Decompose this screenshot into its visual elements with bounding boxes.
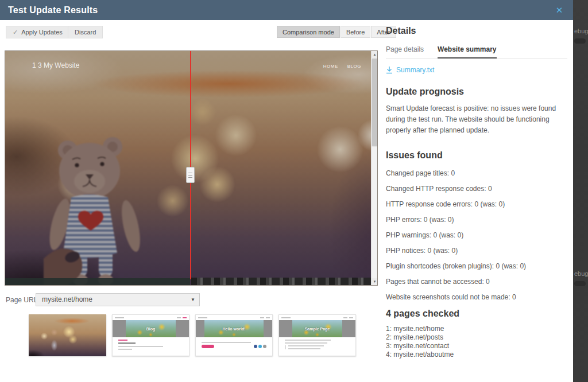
page-url-selected-value: mysite.net/home [42,294,92,306]
thumbnail-blog[interactable]: Blog [112,314,189,356]
preview-scrollbar[interactable]: ▲ ▼ [371,51,377,285]
view-mode-group: Comparison mode Before After [277,26,396,38]
page-checked-item: 3: mysite.net/contact [386,342,567,350]
thumbnail-banner-title: Sample Page [305,327,330,331]
comparison-slider-handle[interactable] [186,167,195,183]
preview-site-nav: HOME BLOG [323,64,361,69]
background-toggle-shape [574,38,586,44]
issue-item: Website screenshots could not be made: 0 [386,293,567,301]
preview-nav-blog: BLOG [347,64,361,69]
page-checked-item: 2: mysite.net/posts [386,333,567,342]
issue-item: PHP warnings: 0 (was: 0) [386,231,567,239]
pages-checked-heading: 4 pages checked [386,309,567,319]
background-toggle-shape [574,281,586,286]
issue-item: PHP errors: 0 (was: 0) [386,216,567,224]
scroll-down-icon[interactable]: ▼ [372,278,378,285]
issues-heading: Issues found [386,150,567,161]
preview-scrollbar-thumb[interactable] [372,59,377,146]
summary-download-link[interactable]: Summary.txt [386,66,567,74]
background-text-fragment: ebugg [574,270,588,277]
before-button[interactable]: Before [341,26,370,38]
discard-label: Discard [75,29,96,36]
issues-list: Changed page titles: 0 Changed HTTP resp… [386,169,567,301]
page-url-select[interactable]: mysite.net/home ▼ [36,293,200,306]
preview-footer-strip-after [191,278,371,285]
comparison-slider-line[interactable] [190,51,191,279]
dropdown-arrow-icon: ▼ [191,294,195,306]
tab-website-summary[interactable]: Website summary [438,45,497,59]
discard-button[interactable]: Discard [68,26,103,38]
page-url-label: Page URL [6,296,37,304]
thumbnail-banner-title: Blog [146,327,156,331]
issue-item: Pages that cannot be accessed: 0 [386,278,567,286]
download-icon [386,67,393,74]
preview-nav-home: HOME [323,64,338,69]
issue-item: Plugin shortcodes (broken plugins): 0 (w… [386,262,567,270]
tab-page-details[interactable]: Page details [386,45,424,58]
thumbnail-home[interactable] [29,314,106,356]
prognosis-body: Smart Update forecast is positive: no is… [386,103,567,137]
pages-checked-list: 1: mysite.net/home 2: mysite.net/posts 3… [386,325,567,359]
prognosis-heading: Update prognosis [386,87,567,97]
apply-updates-button[interactable]: ✓ Apply Updates [6,26,69,38]
page-checked-item: 4: mysite.net/aboutme [386,350,567,359]
details-panel: Details Page details Website summary Sum… [386,26,567,359]
details-title: Details [386,26,567,36]
website-comparison-preview[interactable]: 1 3 My Website HOME BLOG ▲ ▼ [5,50,378,286]
preview-site-title: 1 3 My Website [32,61,79,69]
details-tabs: Page details Website summary [386,45,567,59]
close-icon[interactable]: ✕ [552,0,566,20]
check-icon: ✓ [13,29,18,36]
summary-file-name: Summary.txt [396,66,434,74]
issue-item: Changed HTTP response codes: 0 [386,185,567,193]
page-thumbnails: Blog Hello world! Sample Page [29,314,356,356]
modal-titlebar: Test Update Results ✕ [0,0,573,20]
issue-item: PHP notices: 0 (was: 0) [386,247,567,255]
modal-title: Test Update Results [8,0,98,20]
comparison-mode-button[interactable]: Comparison mode [277,26,340,38]
preview-footer-strip-before [5,278,190,285]
apply-updates-label: Apply Updates [21,29,63,36]
issue-item: HTTP response code errors: 0 (was: 0) [386,200,567,208]
issue-item: Changed page titles: 0 [386,169,567,177]
scroll-up-icon[interactable]: ▲ [372,51,378,58]
thumbnail-banner-title: Hello world! [222,327,245,331]
thumbnail-hello-world[interactable]: Hello world! [195,314,273,356]
dimmed-background-strip: ebugg ebugg [573,0,588,382]
test-update-results-modal: ebugg ebugg Test Update Results ✕ ✓ Appl… [0,0,588,382]
thumbnail-sample-page[interactable]: Sample Page [278,314,356,356]
page-checked-item: 1: mysite.net/home [386,325,567,333]
background-text-fragment: ebugg [574,28,588,34]
